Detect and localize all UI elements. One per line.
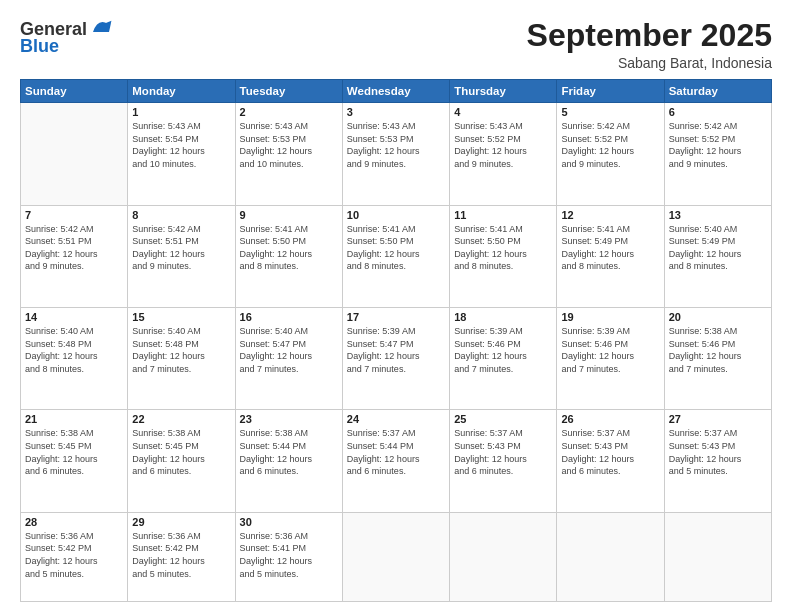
col-header-sunday: Sunday (21, 80, 128, 103)
day-info: Sunrise: 5:43 AM Sunset: 5:52 PM Dayligh… (454, 120, 552, 170)
day-info: Sunrise: 5:42 AM Sunset: 5:51 PM Dayligh… (132, 223, 230, 273)
day-info: Sunrise: 5:36 AM Sunset: 5:42 PM Dayligh… (25, 530, 123, 580)
logo-icon (89, 16, 113, 40)
day-number: 5 (561, 106, 659, 118)
calendar-cell: 19Sunrise: 5:39 AM Sunset: 5:46 PM Dayli… (557, 308, 664, 410)
calendar-cell: 2Sunrise: 5:43 AM Sunset: 5:53 PM Daylig… (235, 103, 342, 205)
day-info: Sunrise: 5:41 AM Sunset: 5:50 PM Dayligh… (454, 223, 552, 273)
day-info: Sunrise: 5:36 AM Sunset: 5:41 PM Dayligh… (240, 530, 338, 580)
col-header-friday: Friday (557, 80, 664, 103)
day-number: 28 (25, 516, 123, 528)
day-info: Sunrise: 5:39 AM Sunset: 5:47 PM Dayligh… (347, 325, 445, 375)
day-info: Sunrise: 5:38 AM Sunset: 5:45 PM Dayligh… (132, 427, 230, 477)
calendar-cell: 30Sunrise: 5:36 AM Sunset: 5:41 PM Dayli… (235, 512, 342, 601)
calendar-cell: 22Sunrise: 5:38 AM Sunset: 5:45 PM Dayli… (128, 410, 235, 512)
location-subtitle: Sabang Barat, Indonesia (527, 55, 772, 71)
day-info: Sunrise: 5:38 AM Sunset: 5:45 PM Dayligh… (25, 427, 123, 477)
title-block: September 2025 Sabang Barat, Indonesia (527, 18, 772, 71)
day-number: 19 (561, 311, 659, 323)
calendar-cell: 12Sunrise: 5:41 AM Sunset: 5:49 PM Dayli… (557, 205, 664, 307)
page: General Blue September 2025 Sabang Barat… (0, 0, 792, 612)
calendar-cell: 14Sunrise: 5:40 AM Sunset: 5:48 PM Dayli… (21, 308, 128, 410)
day-number: 29 (132, 516, 230, 528)
calendar-cell: 16Sunrise: 5:40 AM Sunset: 5:47 PM Dayli… (235, 308, 342, 410)
day-number: 11 (454, 209, 552, 221)
header: General Blue September 2025 Sabang Barat… (20, 18, 772, 71)
day-info: Sunrise: 5:43 AM Sunset: 5:54 PM Dayligh… (132, 120, 230, 170)
calendar-cell: 8Sunrise: 5:42 AM Sunset: 5:51 PM Daylig… (128, 205, 235, 307)
day-info: Sunrise: 5:38 AM Sunset: 5:46 PM Dayligh… (669, 325, 767, 375)
col-header-monday: Monday (128, 80, 235, 103)
day-number: 8 (132, 209, 230, 221)
day-number: 1 (132, 106, 230, 118)
calendar-cell: 10Sunrise: 5:41 AM Sunset: 5:50 PM Dayli… (342, 205, 449, 307)
calendar-header-row: SundayMondayTuesdayWednesdayThursdayFrid… (21, 80, 772, 103)
calendar-cell: 1Sunrise: 5:43 AM Sunset: 5:54 PM Daylig… (128, 103, 235, 205)
day-info: Sunrise: 5:40 AM Sunset: 5:48 PM Dayligh… (25, 325, 123, 375)
day-info: Sunrise: 5:37 AM Sunset: 5:43 PM Dayligh… (669, 427, 767, 477)
day-info: Sunrise: 5:37 AM Sunset: 5:43 PM Dayligh… (454, 427, 552, 477)
calendar-cell: 21Sunrise: 5:38 AM Sunset: 5:45 PM Dayli… (21, 410, 128, 512)
calendar-cell: 6Sunrise: 5:42 AM Sunset: 5:52 PM Daylig… (664, 103, 771, 205)
day-info: Sunrise: 5:37 AM Sunset: 5:44 PM Dayligh… (347, 427, 445, 477)
day-number: 2 (240, 106, 338, 118)
day-number: 21 (25, 413, 123, 425)
calendar-week-3: 14Sunrise: 5:40 AM Sunset: 5:48 PM Dayli… (21, 308, 772, 410)
calendar-cell: 25Sunrise: 5:37 AM Sunset: 5:43 PM Dayli… (450, 410, 557, 512)
day-info: Sunrise: 5:43 AM Sunset: 5:53 PM Dayligh… (347, 120, 445, 170)
day-number: 9 (240, 209, 338, 221)
calendar-cell (21, 103, 128, 205)
day-number: 6 (669, 106, 767, 118)
day-number: 13 (669, 209, 767, 221)
day-number: 20 (669, 311, 767, 323)
col-header-wednesday: Wednesday (342, 80, 449, 103)
day-number: 26 (561, 413, 659, 425)
day-info: Sunrise: 5:42 AM Sunset: 5:52 PM Dayligh… (669, 120, 767, 170)
calendar-cell: 9Sunrise: 5:41 AM Sunset: 5:50 PM Daylig… (235, 205, 342, 307)
calendar-week-4: 21Sunrise: 5:38 AM Sunset: 5:45 PM Dayli… (21, 410, 772, 512)
calendar-cell: 3Sunrise: 5:43 AM Sunset: 5:53 PM Daylig… (342, 103, 449, 205)
calendar-cell: 15Sunrise: 5:40 AM Sunset: 5:48 PM Dayli… (128, 308, 235, 410)
calendar-week-5: 28Sunrise: 5:36 AM Sunset: 5:42 PM Dayli… (21, 512, 772, 601)
day-info: Sunrise: 5:41 AM Sunset: 5:50 PM Dayligh… (240, 223, 338, 273)
calendar-cell: 24Sunrise: 5:37 AM Sunset: 5:44 PM Dayli… (342, 410, 449, 512)
calendar-cell: 13Sunrise: 5:40 AM Sunset: 5:49 PM Dayli… (664, 205, 771, 307)
day-number: 24 (347, 413, 445, 425)
day-number: 14 (25, 311, 123, 323)
day-info: Sunrise: 5:39 AM Sunset: 5:46 PM Dayligh… (561, 325, 659, 375)
calendar-cell: 29Sunrise: 5:36 AM Sunset: 5:42 PM Dayli… (128, 512, 235, 601)
day-info: Sunrise: 5:42 AM Sunset: 5:52 PM Dayligh… (561, 120, 659, 170)
month-title: September 2025 (527, 18, 772, 53)
day-number: 3 (347, 106, 445, 118)
col-header-tuesday: Tuesday (235, 80, 342, 103)
day-info: Sunrise: 5:40 AM Sunset: 5:47 PM Dayligh… (240, 325, 338, 375)
col-header-thursday: Thursday (450, 80, 557, 103)
day-number: 7 (25, 209, 123, 221)
calendar-cell: 26Sunrise: 5:37 AM Sunset: 5:43 PM Dayli… (557, 410, 664, 512)
day-number: 18 (454, 311, 552, 323)
day-number: 15 (132, 311, 230, 323)
day-number: 10 (347, 209, 445, 221)
calendar-cell (664, 512, 771, 601)
day-number: 25 (454, 413, 552, 425)
calendar-cell: 4Sunrise: 5:43 AM Sunset: 5:52 PM Daylig… (450, 103, 557, 205)
day-info: Sunrise: 5:42 AM Sunset: 5:51 PM Dayligh… (25, 223, 123, 273)
day-number: 17 (347, 311, 445, 323)
calendar-cell: 17Sunrise: 5:39 AM Sunset: 5:47 PM Dayli… (342, 308, 449, 410)
calendar-cell: 23Sunrise: 5:38 AM Sunset: 5:44 PM Dayli… (235, 410, 342, 512)
calendar-cell: 28Sunrise: 5:36 AM Sunset: 5:42 PM Dayli… (21, 512, 128, 601)
day-info: Sunrise: 5:36 AM Sunset: 5:42 PM Dayligh… (132, 530, 230, 580)
calendar-cell (557, 512, 664, 601)
logo: General Blue (20, 18, 113, 57)
calendar-cell: 27Sunrise: 5:37 AM Sunset: 5:43 PM Dayli… (664, 410, 771, 512)
day-info: Sunrise: 5:40 AM Sunset: 5:48 PM Dayligh… (132, 325, 230, 375)
calendar-cell: 18Sunrise: 5:39 AM Sunset: 5:46 PM Dayli… (450, 308, 557, 410)
day-number: 4 (454, 106, 552, 118)
day-number: 30 (240, 516, 338, 528)
day-info: Sunrise: 5:41 AM Sunset: 5:50 PM Dayligh… (347, 223, 445, 273)
day-number: 23 (240, 413, 338, 425)
day-info: Sunrise: 5:37 AM Sunset: 5:43 PM Dayligh… (561, 427, 659, 477)
calendar-week-1: 1Sunrise: 5:43 AM Sunset: 5:54 PM Daylig… (21, 103, 772, 205)
calendar-cell (450, 512, 557, 601)
calendar-cell: 5Sunrise: 5:42 AM Sunset: 5:52 PM Daylig… (557, 103, 664, 205)
